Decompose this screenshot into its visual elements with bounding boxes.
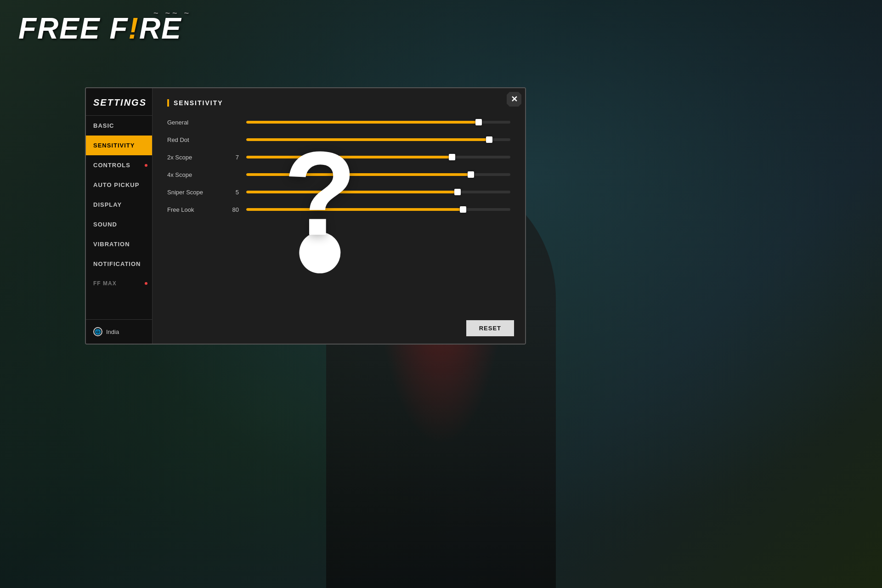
slider-row-red-dot: Red Dot <box>167 135 510 144</box>
sidebar-item-ff-max[interactable]: FF MAX <box>86 274 152 293</box>
slider-label: 2x Scope <box>167 154 218 161</box>
close-button[interactable]: ✕ <box>507 92 521 107</box>
slider-row-2x-scope: 2x Scope7 <box>167 153 510 162</box>
sidebar-item-sensitivity[interactable]: SENSITIVITY <box>86 136 152 155</box>
reset-button[interactable]: RESET <box>466 320 514 336</box>
slider-value: 7 <box>225 154 239 161</box>
sliders-container: GeneralRed Dot2x Scope74x ScopeSniper Sc… <box>167 118 510 214</box>
globe-icon: 🌐 <box>93 327 102 336</box>
slider-row-general: General <box>167 118 510 127</box>
slider-thumb[interactable] <box>449 154 455 160</box>
slider-fill <box>246 138 489 141</box>
section-title: SENSITIVITY <box>167 99 510 107</box>
slider-label: Sniper Scope <box>167 189 218 196</box>
slider-track-container[interactable] <box>246 135 510 144</box>
slider-row-4x-scope: 4x Scope <box>167 170 510 179</box>
sidebar: SETTINGS BASIC SENSITIVITY CONTROLS AUTO… <box>86 88 153 344</box>
slider-label: Red Dot <box>167 136 218 143</box>
slider-label: Free Look <box>167 206 218 213</box>
slider-fill <box>246 156 452 158</box>
slider-thumb[interactable] <box>475 119 482 125</box>
logo-lightning: ! <box>129 14 139 43</box>
region-label: India <box>106 328 119 335</box>
slider-fill <box>246 208 463 211</box>
slider-track <box>246 156 510 158</box>
sidebar-item-auto-pickup[interactable]: AUTO PICKUP <box>86 175 152 195</box>
slider-track <box>246 121 510 124</box>
slider-track-container[interactable] <box>246 118 510 127</box>
slider-label: 4x Scope <box>167 171 218 178</box>
modal-inner: SETTINGS BASIC SENSITIVITY CONTROLS AUTO… <box>86 88 525 344</box>
logo-area: FREE F!RE ~ ~~ ~ <box>18 14 182 43</box>
ff-max-notification-dot <box>145 282 147 285</box>
slider-track <box>246 138 510 141</box>
game-logo: FREE F!RE ~ ~~ ~ <box>18 14 182 43</box>
slider-track-container[interactable] <box>246 170 510 179</box>
sidebar-item-vibration[interactable]: VIBRATION <box>86 234 152 254</box>
slider-label: General <box>167 119 218 126</box>
sidebar-item-display[interactable]: DISPLAY <box>86 195 152 215</box>
slider-track-container[interactable] <box>246 187 510 197</box>
slider-track <box>246 208 510 211</box>
slider-track-container[interactable] <box>246 205 510 214</box>
slider-thumb[interactable] <box>460 206 466 213</box>
slider-value: 5 <box>225 189 239 196</box>
slider-track <box>246 191 510 193</box>
slider-thumb[interactable] <box>486 136 492 143</box>
slider-fill <box>246 173 471 176</box>
slider-fill <box>246 191 458 193</box>
settings-modal: ✕ SETTINGS BASIC SENSITIVITY CONTROLS AU… <box>85 87 526 345</box>
slider-row-free-look: Free Look80 <box>167 205 510 214</box>
logo-birds: ~ ~~ ~ <box>153 9 191 17</box>
slider-row-sniper-scope: Sniper Scope5 <box>167 187 510 197</box>
sidebar-item-sound[interactable]: SOUND <box>86 215 152 234</box>
slider-value: 80 <box>225 206 239 213</box>
sidebar-item-controls[interactable]: CONTROLS <box>86 155 152 175</box>
slider-thumb[interactable] <box>454 189 461 195</box>
controls-notification-dot <box>145 164 147 167</box>
sidebar-item-basic[interactable]: BASIC <box>86 116 152 136</box>
slider-thumb[interactable] <box>468 171 474 178</box>
sidebar-item-notification[interactable]: NOTIFICATION <box>86 254 152 274</box>
sidebar-title: SETTINGS <box>86 88 152 116</box>
slider-track-container[interactable] <box>246 153 510 162</box>
slider-fill <box>246 121 479 124</box>
main-content: SENSITIVITY GeneralRed Dot2x Scope74x Sc… <box>153 88 525 344</box>
sidebar-region: 🌐 India <box>86 319 152 344</box>
